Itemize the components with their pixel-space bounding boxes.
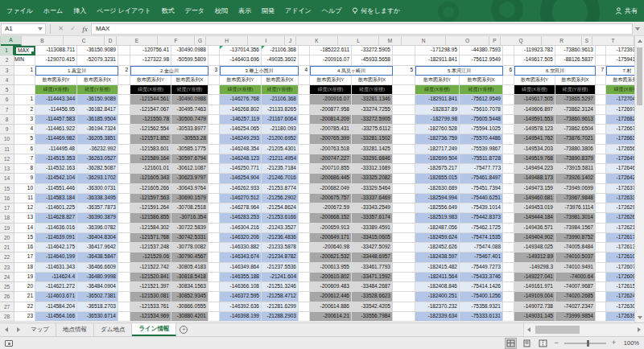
cell[interactable]: -121530.081 — [130, 292, 171, 302]
cell[interactable]: -182339.634 — [415, 312, 460, 322]
row-header[interactable]: 22 — [0, 253, 14, 262]
cell[interactable] — [503, 253, 514, 262]
cell[interactable]: 散布図系列Y — [310, 76, 352, 85]
cell[interactable] — [503, 263, 514, 273]
cell[interactable]: -149109.004 — [514, 292, 555, 302]
cell[interactable] — [503, 46, 514, 55]
cell[interactable]: -182408.846 — [415, 282, 460, 292]
cell[interactable]: -36438.5847 — [77, 253, 118, 262]
cell[interactable] — [299, 55, 310, 65]
cell[interactable]: MIN — [14, 55, 35, 65]
cell[interactable]: -121521.397 — [130, 282, 171, 292]
cell[interactable]: -146268.802 — [220, 105, 262, 115]
cell[interactable] — [118, 302, 130, 312]
cell[interactable]: -182699.504 — [415, 154, 460, 164]
cell[interactable]: -33427.5092 — [352, 243, 393, 253]
cell[interactable]: -182655.015 — [415, 174, 460, 183]
cell[interactable]: -75433.3746 — [460, 273, 503, 282]
cell[interactable] — [208, 85, 220, 95]
cell[interactable]: 2 — [14, 105, 35, 115]
row-header[interactable]: 2 — [0, 55, 14, 65]
cell[interactable]: -33556.7984 — [352, 312, 393, 322]
cell[interactable] — [393, 164, 415, 174]
cell[interactable]: -121591.264 — [130, 203, 171, 213]
scroll-up-button[interactable] — [635, 36, 644, 46]
cell[interactable]: 経度(Y座標) — [460, 85, 503, 95]
cell[interactable]: -114636.016 — [35, 224, 77, 233]
cell[interactable] — [118, 263, 130, 273]
cell[interactable]: -33471.1592 — [352, 273, 393, 282]
cell[interactable] — [299, 263, 310, 273]
cell[interactable]: -200916.07 — [310, 95, 352, 105]
cell[interactable]: -182400.251 — [415, 292, 460, 302]
cell[interactable]: -121544.561 — [130, 95, 171, 105]
cell[interactable]: 散布図系列Y — [220, 76, 262, 85]
cell[interactable] — [118, 203, 130, 213]
cell[interactable] — [118, 76, 130, 85]
cell[interactable] — [299, 105, 310, 115]
cell[interactable]: -146398.199 — [220, 312, 262, 322]
cell[interactable]: -114621.272 — [35, 282, 77, 292]
cell[interactable] — [393, 154, 415, 164]
cell[interactable] — [596, 184, 606, 194]
cell[interactable] — [503, 154, 514, 164]
insert-function-icon[interactable]: fx — [79, 25, 91, 33]
cell[interactable] — [503, 134, 514, 144]
cell[interactable] — [393, 233, 415, 243]
cell[interactable]: -146349.864 — [220, 263, 262, 273]
cell[interactable] — [393, 253, 415, 262]
cell[interactable]: -36232.992 — [77, 145, 118, 154]
row-header[interactable]: 24 — [0, 273, 14, 282]
cell[interactable]: -33291.6846 — [352, 154, 393, 164]
cell[interactable] — [118, 224, 130, 233]
cell[interactable]: 3 — [208, 66, 220, 76]
cell[interactable] — [596, 203, 606, 213]
cell[interactable]: -114532.163 — [35, 164, 77, 174]
cell[interactable] — [208, 164, 220, 174]
cell[interactable]: -146343.674 — [220, 253, 262, 262]
cell[interactable] — [393, 55, 415, 65]
cell[interactable]: -75451.7394 — [460, 184, 503, 194]
sheet-nav-left[interactable] — [0, 323, 12, 336]
cell[interactable]: -121550.78 — [130, 115, 171, 125]
cell[interactable]: -146249.293 — [220, 134, 262, 144]
cell[interactable]: -146248.354 — [220, 145, 262, 154]
cell[interactable]: -114542.104 — [35, 174, 77, 183]
cell[interactable] — [503, 76, 514, 85]
cell[interactable]: -75477.773 — [460, 164, 503, 174]
cell[interactable] — [393, 282, 415, 292]
cell[interactable] — [118, 312, 130, 322]
cell[interactable]: -21243.3527 — [262, 224, 299, 233]
cell[interactable]: -75467.401 — [460, 253, 503, 262]
cell[interactable]: -21106.368 — [262, 95, 299, 105]
cell[interactable]: -146283.253 — [220, 213, 262, 223]
row-header[interactable]: 23 — [0, 263, 14, 273]
cell[interactable]: -182675.217 — [415, 164, 460, 174]
cell[interactable]: 3 — [14, 115, 35, 125]
cell[interactable]: -30778.0082 — [171, 243, 208, 253]
cell[interactable]: -36300.0731 — [77, 184, 118, 194]
cell[interactable]: -149473.159 — [514, 184, 555, 194]
cell[interactable]: -114515.353 — [35, 154, 77, 164]
cell[interactable]: -30834.1563 — [171, 282, 208, 292]
cell[interactable]: -121597.563 — [130, 194, 171, 203]
cell[interactable] — [596, 95, 606, 105]
cell[interactable]: -121584.302 — [130, 224, 171, 233]
cell[interactable]: -21180.093 — [262, 125, 299, 134]
cell[interactable]: -21167.6064 — [262, 115, 299, 125]
cell[interactable] — [596, 134, 606, 144]
cell[interactable] — [393, 243, 415, 253]
cell[interactable] — [503, 233, 514, 243]
cell[interactable]: 5 — [393, 66, 415, 76]
cell[interactable]: -75511.8728 — [460, 154, 503, 164]
column-header[interactable]: T — [592, 36, 634, 46]
cell[interactable] — [299, 213, 310, 223]
cell[interactable]: -30690.1579 — [171, 194, 208, 203]
cell[interactable] — [503, 312, 514, 322]
cell[interactable]: -74027.2347 — [555, 302, 596, 312]
cell[interactable] — [208, 184, 220, 194]
cell[interactable]: -36263.0527 — [77, 154, 118, 164]
cell[interactable] — [208, 282, 220, 292]
cell[interactable]: 18 — [14, 263, 35, 273]
cell[interactable]: -75440.6251 — [460, 194, 503, 203]
